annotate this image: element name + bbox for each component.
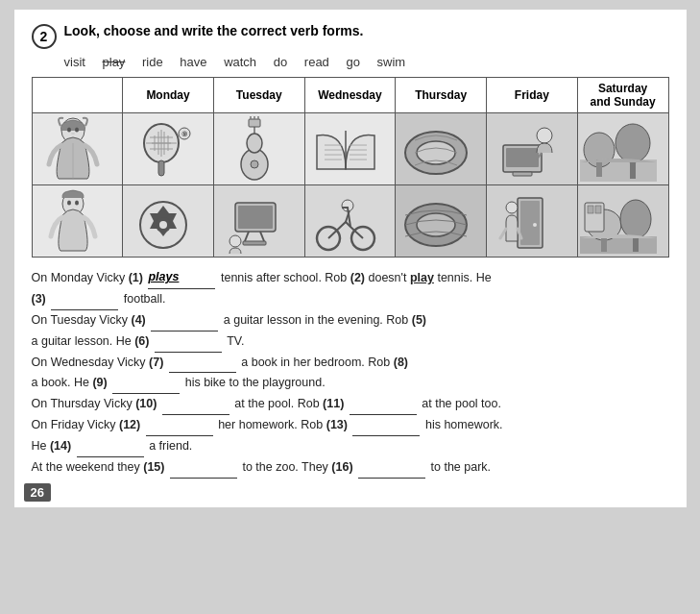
cell-rob-tv — [213, 185, 304, 258]
col-header-blank — [32, 78, 123, 113]
cell-vicky-computer — [487, 113, 578, 185]
svg-point-67 — [533, 223, 537, 227]
cell-rob-bike — [304, 185, 396, 258]
svg-point-40 — [537, 128, 552, 143]
svg-rect-75 — [633, 236, 639, 252]
svg-point-1 — [67, 128, 71, 133]
cell-rob-football — [123, 185, 214, 258]
col-header-tuesday: Tuesday — [213, 78, 304, 113]
page-number: 26 — [24, 483, 51, 502]
col-header-weekend: Saturdayand Sunday — [577, 78, 668, 113]
svg-text:⑨: ⑨ — [181, 131, 188, 137]
cell-vicky-book — [304, 113, 396, 185]
word-have: have — [180, 55, 206, 69]
sentence-4: a guitar lesson. He (6) TV. — [32, 332, 669, 353]
exercise-text: On Monday Vicky (1) plays tennis after s… — [32, 267, 669, 479]
svg-line-56 — [245, 232, 249, 241]
cell-vicky-portrait — [32, 113, 123, 185]
sentence-10: At the weekend they (15) to the zoo. The… — [32, 457, 669, 479]
sentence-6: a book. He (9) his bike to the playgroun… — [32, 373, 669, 394]
svg-rect-78 — [595, 206, 601, 213]
col-header-monday: Monday — [123, 78, 214, 113]
cell-vicky-tennis: ⑨ — [123, 113, 214, 185]
svg-point-2 — [75, 128, 79, 133]
table-header-row: Monday Tuesday Wednesday Thursday Friday… — [32, 78, 668, 113]
svg-rect-22 — [249, 119, 260, 127]
svg-rect-15 — [158, 160, 164, 176]
svg-point-74 — [620, 200, 651, 238]
svg-rect-66 — [520, 201, 540, 245]
cell-rob-pool — [396, 185, 487, 258]
svg-point-20 — [247, 134, 262, 153]
sentence-5: On Wednesday Vicky (7) a book in her bed… — [32, 353, 669, 374]
svg-line-57 — [260, 232, 264, 241]
svg-point-53 — [159, 221, 167, 229]
word-do: do — [274, 55, 287, 69]
svg-rect-38 — [506, 148, 539, 167]
svg-rect-73 — [601, 236, 607, 252]
svg-point-21 — [251, 160, 258, 168]
col-header-thursday: Thursday — [396, 78, 487, 113]
exercise-number: 2 — [32, 24, 57, 49]
word-bank: visit play ride have watch do read go sw… — [64, 55, 669, 69]
sentence-9: He (14) a friend. — [32, 436, 669, 457]
exercise-page: 2 Look, choose and write the correct ver… — [14, 10, 687, 507]
svg-point-68 — [506, 202, 518, 213]
svg-rect-39 — [513, 172, 532, 176]
svg-rect-55 — [238, 206, 273, 229]
cell-vicky-guitar — [213, 113, 304, 185]
sentence-8: On Friday Vicky (12) her homework. Rob (… — [32, 415, 669, 436]
sentence-7: On Thursday Vicky (10) at the pool. Rob … — [32, 394, 669, 415]
sentence-3: On Tuesday Vicky (4) a guitar lesson in … — [32, 310, 669, 332]
svg-line-69 — [500, 229, 506, 238]
svg-point-3 — [71, 133, 75, 135]
word-go: go — [346, 55, 359, 69]
svg-rect-71 — [580, 236, 657, 254]
cell-rob-landscape — [577, 185, 668, 258]
word-visit: visit — [64, 55, 85, 69]
word-watch: watch — [224, 55, 256, 69]
exercise-header: 2 Look, choose and write the correct ver… — [32, 23, 669, 49]
table-row-rob — [32, 185, 668, 258]
col-header-wednesday: Wednesday — [304, 78, 396, 113]
schedule-table: Monday Tuesday Wednesday Thursday Friday… — [32, 77, 669, 258]
cell-rob-portrait — [32, 185, 123, 258]
cell-rob-door — [487, 185, 578, 258]
cell-vicky-landscape — [577, 113, 668, 185]
word-swim: swim — [377, 55, 406, 69]
sentence-2: (3) football. — [32, 289, 669, 310]
svg-rect-77 — [588, 206, 593, 213]
svg-rect-58 — [243, 241, 266, 245]
exercise-instruction: Look, choose and write the correct verb … — [64, 23, 364, 38]
svg-point-59 — [229, 235, 241, 247]
cell-vicky-pool — [396, 113, 487, 185]
svg-point-45 — [616, 124, 650, 162]
col-header-friday: Friday — [487, 78, 578, 113]
table-row-vicky: ⑨ — [32, 113, 668, 185]
word-read: read — [304, 55, 329, 69]
word-play: play — [103, 55, 126, 69]
sentence-1: On Monday Vicky (1) plays tennis after s… — [32, 267, 669, 289]
word-ride: ride — [142, 55, 163, 69]
svg-point-48 — [67, 201, 71, 206]
svg-point-49 — [75, 201, 79, 206]
